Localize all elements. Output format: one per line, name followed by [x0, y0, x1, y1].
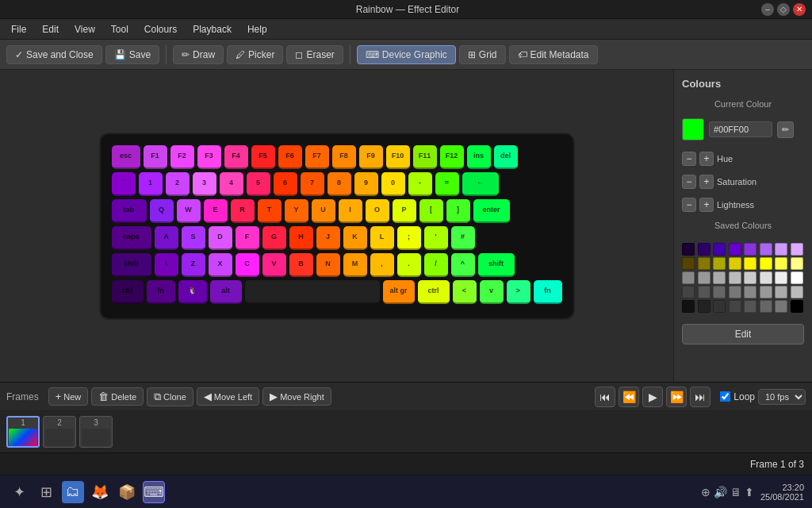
saved-colour-25[interactable] — [698, 286, 710, 298]
archive-icon[interactable]: 📦 — [116, 481, 138, 503]
key-<[interactable]: < — [453, 280, 477, 304]
key-[[interactable]: [ — [419, 199, 443, 223]
new-frame-button[interactable]: + New — [48, 387, 89, 406]
menu-item-tool[interactable]: Tool — [103, 22, 136, 37]
key-🐧[interactable]: 🐧 — [178, 280, 207, 304]
saved-colour-20[interactable] — [744, 271, 756, 284]
key-R[interactable]: R — [231, 199, 255, 223]
key-S[interactable]: S — [182, 226, 205, 250]
key-1[interactable]: 1 — [139, 172, 163, 196]
key-C[interactable]: C — [236, 253, 259, 277]
saved-colour-17[interactable] — [698, 271, 710, 284]
saved-colour-15[interactable] — [791, 257, 803, 270]
files-icon[interactable]: 🗂 — [62, 481, 84, 503]
saved-colour-19[interactable] — [729, 271, 741, 284]
draw-button[interactable]: ✏ Draw — [173, 45, 224, 64]
key-caps[interactable]: caps — [112, 226, 151, 250]
key-8[interactable]: 8 — [327, 172, 351, 196]
key-.[interactable]: . — [397, 253, 421, 277]
maximize-button[interactable]: ◇ — [777, 3, 790, 16]
hue-increase-button[interactable]: + — [699, 152, 714, 166]
canvas-area[interactable]: escF1F2F3F4F5F6F7F8F9F10F11F12insdel`123… — [0, 70, 673, 382]
key-ctrl[interactable]: ctrl — [418, 280, 450, 304]
menu-item-help[interactable]: Help — [239, 22, 275, 37]
saved-colour-12[interactable] — [744, 257, 756, 270]
saved-colour-3[interactable] — [729, 243, 741, 256]
saved-colour-10[interactable] — [713, 257, 726, 270]
move-left-button[interactable]: ◀ Move Left — [197, 387, 259, 406]
key-I[interactable]: I — [339, 199, 362, 223]
key-J[interactable]: J — [316, 226, 340, 250]
saved-colour-4[interactable] — [744, 243, 756, 256]
key-#[interactable]: # — [451, 226, 475, 250]
arrow-up-icon[interactable]: ⬆ — [745, 486, 754, 498]
key-ctrl[interactable]: ctrl — [112, 280, 144, 304]
key-T[interactable]: T — [258, 199, 282, 223]
key-O[interactable]: O — [366, 199, 389, 223]
key-Z[interactable]: Z — [182, 253, 205, 277]
key-F9[interactable]: F9 — [359, 145, 383, 169]
grid-button[interactable]: ⊞ Grid — [459, 45, 506, 64]
saved-colour-11[interactable] — [729, 257, 741, 270]
saturation-increase-button[interactable]: + — [699, 175, 714, 189]
key-L[interactable]: L — [370, 226, 394, 250]
terminal-icon[interactable]: ⊞ — [35, 481, 57, 503]
key-X[interactable]: X — [209, 253, 232, 277]
key-N[interactable]: N — [316, 253, 340, 277]
apps-icon[interactable]: ✦ — [8, 481, 30, 503]
hue-decrease-button[interactable]: − — [682, 152, 696, 166]
minimize-button[interactable]: – — [761, 3, 774, 16]
saved-colour-37[interactable] — [760, 300, 772, 313]
key-H[interactable]: H — [289, 226, 313, 250]
clone-frame-button[interactable]: ⧉ Clone — [147, 387, 193, 406]
key-space[interactable] — [245, 280, 380, 304]
volume-icon[interactable]: 🔊 — [714, 486, 727, 498]
saved-colour-0[interactable] — [682, 243, 695, 256]
key-B[interactable]: B — [289, 253, 313, 277]
key-Y[interactable]: Y — [285, 199, 308, 223]
move-right-button[interactable]: ▶ Move Right — [262, 387, 331, 406]
key-V[interactable]: V — [262, 253, 286, 277]
key-F3[interactable]: F3 — [197, 145, 221, 169]
frame-thumb-2[interactable]: 2 — [43, 416, 76, 448]
key-v[interactable]: v — [480, 280, 504, 304]
key-4[interactable]: 4 — [220, 172, 243, 196]
saved-colour-30[interactable] — [775, 286, 787, 298]
menu-item-view[interactable]: View — [67, 22, 103, 37]
app-icon[interactable]: ⌨ — [143, 481, 165, 503]
key-'[interactable]: ' — [424, 226, 448, 250]
key-,[interactable]: , — [370, 253, 394, 277]
key->[interactable]: > — [507, 280, 530, 304]
key-6[interactable]: 6 — [274, 172, 297, 196]
saved-colour-27[interactable] — [729, 286, 741, 298]
delete-frame-button[interactable]: 🗑 Delete — [91, 387, 144, 406]
key-`[interactable]: ` — [112, 172, 136, 196]
key-7[interactable]: 7 — [301, 172, 324, 196]
saved-colour-13[interactable] — [760, 257, 772, 270]
saved-colour-2[interactable] — [713, 243, 726, 256]
saved-colour-24[interactable] — [682, 286, 695, 298]
next-frame-button[interactable]: ⏩ — [666, 387, 687, 407]
edit-metadata-button[interactable]: 🏷 Edit Metadata — [509, 45, 598, 64]
key-U[interactable]: U — [312, 199, 335, 223]
saved-colour-1[interactable] — [698, 243, 710, 256]
key-M[interactable]: M — [343, 253, 367, 277]
saved-colour-32[interactable] — [682, 300, 695, 313]
key-del[interactable]: del — [494, 145, 518, 169]
saved-colour-23[interactable] — [791, 271, 803, 284]
saved-colour-21[interactable] — [760, 271, 772, 284]
key-alt gr[interactable]: alt gr — [383, 280, 415, 304]
key-F6[interactable]: F6 — [278, 145, 302, 169]
frame-thumb-3[interactable]: 3 — [79, 416, 113, 448]
menu-item-edit[interactable]: Edit — [34, 22, 67, 37]
colour-hex-input[interactable] — [709, 121, 772, 137]
saved-colour-6[interactable] — [775, 243, 787, 256]
saved-colour-38[interactable] — [775, 300, 787, 313]
saved-colour-9[interactable] — [698, 257, 710, 270]
saved-colour-26[interactable] — [713, 286, 726, 298]
saved-colour-14[interactable] — [775, 257, 787, 270]
key-ins[interactable]: ins — [467, 145, 491, 169]
frame-thumb-1[interactable]: 1 — [6, 416, 40, 448]
key-F7[interactable]: F7 — [305, 145, 329, 169]
key-;[interactable]: ; — [397, 226, 421, 250]
